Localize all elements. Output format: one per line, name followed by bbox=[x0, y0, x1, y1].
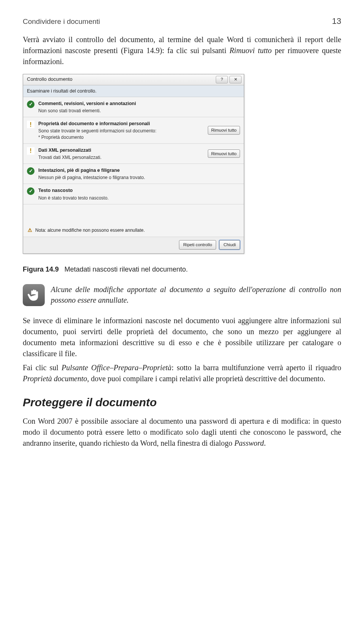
ripeti-controllo-button[interactable]: Ripeti controllo bbox=[179, 240, 216, 250]
warning-icon: ⚠ bbox=[27, 227, 33, 233]
dialog-footer: Ripeti controllo Chiudi bbox=[23, 237, 244, 253]
running-header: Condividere i documenti 13 bbox=[23, 15, 341, 27]
item-title: Commenti, revisioni, versioni e annotazi… bbox=[38, 100, 240, 107]
section-heading: Proteggere il documento bbox=[23, 394, 341, 411]
hand-stop-icon bbox=[23, 284, 45, 306]
check-icon: ✓ bbox=[27, 187, 35, 195]
dialog-note: ⚠ Nota: alcune modifiche non possono ess… bbox=[23, 204, 244, 237]
body-paragraph: Con Word 2007 è possibile associare al d… bbox=[23, 416, 341, 449]
caption-text: Metadati nascosti rilevati nel documento… bbox=[64, 266, 188, 273]
running-title: Condividere i documenti bbox=[23, 16, 100, 27]
item-title: Proprietà del documento e informazioni p… bbox=[38, 120, 204, 127]
dialog-subheader: Esaminare i risultati del controllo. bbox=[23, 85, 244, 97]
result-item: ! Dati XML personalizzati Trovati dati X… bbox=[23, 144, 244, 164]
figure-caption: Figura 14.9 Metadati nascosti rilevati n… bbox=[23, 264, 341, 274]
result-item: ✓ Commenti, revisioni, versioni e annota… bbox=[23, 97, 244, 117]
item-desc: Non è stato trovato testo nascosto. bbox=[38, 195, 240, 201]
note-text: Nota: alcune modifiche non possono esser… bbox=[35, 227, 145, 234]
callout-warning: Alcune delle modifiche apportate al docu… bbox=[23, 284, 341, 306]
check-icon: ✓ bbox=[27, 101, 35, 108]
help-button[interactable]: ? bbox=[216, 76, 228, 83]
body-paragraph: Fai clic sul Pulsante Office–Prepara–Pro… bbox=[23, 362, 341, 384]
inline-italic: Rimuovi tutto bbox=[229, 46, 272, 55]
item-title: Dati XML personalizzati bbox=[38, 147, 204, 154]
close-button[interactable]: ✕ bbox=[229, 76, 242, 83]
body-paragraph: Se invece di eliminare le informazioni n… bbox=[23, 315, 341, 359]
rimuovi-tutto-button[interactable]: Rimuovi tutto bbox=[208, 126, 240, 135]
result-item: ✓ Intestazioni, piè di pagina e filigran… bbox=[23, 164, 244, 184]
chiudi-button[interactable]: Chiudi bbox=[219, 240, 240, 250]
intro-paragraph: Verrà avviato il controllo del documento… bbox=[23, 34, 341, 67]
callout-text: Alcune delle modifiche apportate al docu… bbox=[51, 284, 341, 306]
rimuovi-tutto-button[interactable]: Rimuovi tutto bbox=[208, 149, 240, 158]
dialog-title: Controllo documento bbox=[27, 76, 72, 83]
result-item: ! Proprietà del documento e informazioni… bbox=[23, 117, 244, 144]
warn-icon: ! bbox=[27, 121, 35, 128]
dialog-controllo-documento: Controllo documento ? ✕ Esaminare i risu… bbox=[23, 74, 244, 254]
page-number: 13 bbox=[332, 15, 341, 27]
warn-icon: ! bbox=[27, 147, 35, 155]
item-desc: Trovati dati XML personalizzati. bbox=[38, 154, 204, 160]
caption-label: Figura 14.9 bbox=[23, 266, 59, 273]
item-title: Intestazioni, piè di pagina e filigrane bbox=[38, 167, 240, 174]
item-desc: Sono state trovate le seguenti informazi… bbox=[38, 128, 204, 140]
result-item: ✓ Testo nascosto Non è stato trovato tes… bbox=[23, 184, 244, 204]
check-icon: ✓ bbox=[27, 167, 35, 175]
dialog-titlebar: Controllo documento ? ✕ bbox=[23, 74, 244, 85]
item-desc: Nessun piè di pagina, intestazione o fil… bbox=[38, 174, 240, 181]
item-desc: Non sono stati trovati elementi. bbox=[38, 108, 240, 114]
item-title: Testo nascosto bbox=[38, 187, 240, 194]
